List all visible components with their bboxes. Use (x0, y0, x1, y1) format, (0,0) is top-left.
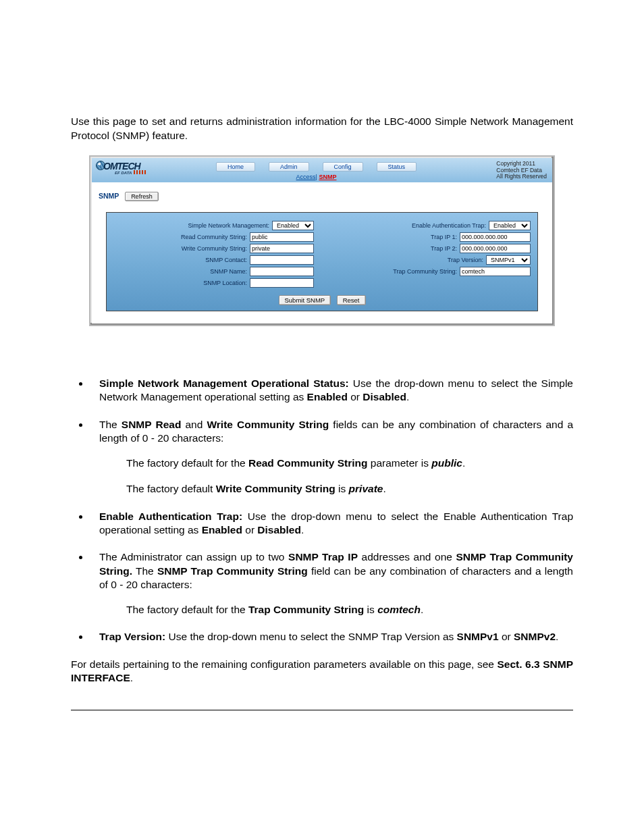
page-title: SNMP (99, 192, 119, 200)
label-write-comm: Write Community String: (182, 245, 247, 252)
label-trap-version: Trap Version: (448, 257, 483, 263)
input-trap-ip1[interactable] (460, 232, 531, 242)
bullet-auth-trap: Enable Authentication Trap: Use the drop… (90, 510, 573, 538)
sub-write-default: The factory default Write Community Stri… (126, 482, 573, 496)
breadcrumb: Access| SNMP (296, 174, 337, 180)
input-snmp-contact[interactable] (250, 255, 314, 265)
label-trap-ip2: Trap IP 2: (431, 245, 457, 252)
bullet-trap-version: Trap Version: Use the drop-down menu to … (90, 630, 573, 644)
bullet-rw-community: The SNMP Read and Write Community String… (90, 418, 573, 496)
panel-header: OMTECH EF DATA Home Admin Config Status … (92, 158, 552, 182)
snmp-form: Simple Network Management: Enabled Read … (106, 212, 538, 311)
brand-logo: OMTECH EF DATA (96, 161, 140, 175)
input-snmp-name[interactable] (250, 267, 314, 276)
nav-home[interactable]: Home (216, 162, 255, 172)
label-auth-trap: Enable Authentication Trap: (412, 222, 486, 229)
label-trap-ip1: Trap IP 1: (431, 234, 457, 240)
nav-admin[interactable]: Admin (269, 162, 309, 172)
screenshot-panel: OMTECH EF DATA Home Admin Config Status … (89, 155, 555, 326)
nav-status[interactable]: Status (377, 162, 417, 172)
select-auth-trap[interactable]: Enabled (489, 221, 531, 230)
input-snmp-location[interactable] (250, 278, 314, 288)
label-snmp-contact: SNMP Contact: (205, 257, 247, 263)
label-snmp-name: SNMP Name: (210, 268, 247, 275)
reset-button[interactable]: Reset (337, 295, 366, 305)
sub-read-default: The factory default for the Read Communi… (126, 457, 573, 470)
input-trap-ip2[interactable] (460, 244, 531, 253)
input-read-comm[interactable] (250, 232, 314, 242)
input-write-comm[interactable] (250, 244, 314, 253)
intro-paragraph: Use this page to set and returns adminis… (71, 115, 573, 143)
label-snm: Simple Network Management: (188, 222, 269, 229)
footer-rule (71, 710, 573, 710)
label-trap-comm: Trap Community String: (393, 268, 457, 275)
input-trap-comm[interactable] (460, 267, 531, 276)
label-read-comm: Read Community String: (181, 234, 247, 240)
refresh-button[interactable]: Refresh (125, 192, 159, 201)
closing-paragraph: For details pertaining to the remaining … (71, 658, 573, 685)
select-trap-version[interactable]: SNMPv1 (486, 255, 531, 265)
label-snmp-location: SNMP Location: (203, 280, 247, 286)
bullet-snm-status: Simple Network Management Operational St… (90, 377, 573, 405)
breadcrumb-access[interactable]: Access (296, 174, 316, 180)
select-snm[interactable]: Enabled (272, 221, 314, 230)
stripes-icon (134, 170, 147, 174)
sub-trap-default: The factory default for the Trap Communi… (126, 603, 573, 617)
breadcrumb-snmp[interactable]: SNMP (319, 174, 336, 180)
nav-bar: Home Admin Config Status (216, 162, 417, 172)
submit-snmp-button[interactable]: Submit SNMP (279, 295, 331, 305)
nav-config[interactable]: Config (323, 162, 363, 172)
copyright-block: Copyright 2011 Comtech EF Data All Right… (496, 161, 547, 180)
bullet-trap-ip: The Administrator can assign up to two S… (90, 550, 573, 617)
